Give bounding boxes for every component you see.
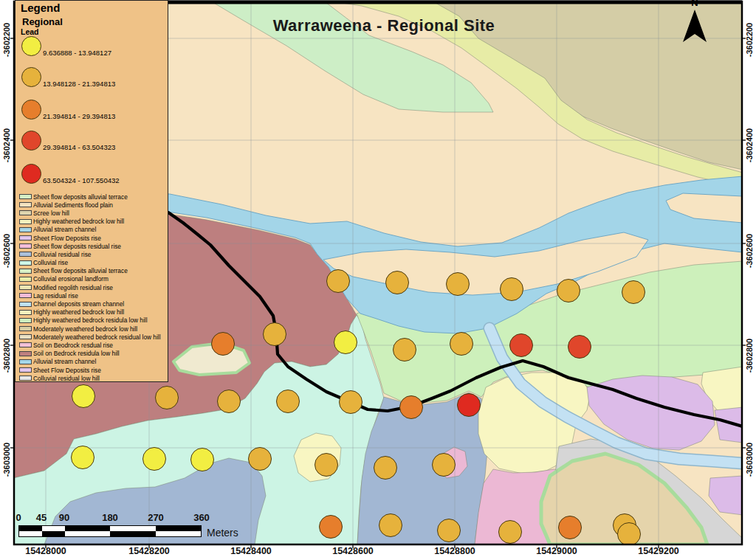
unit-color-swatch: [19, 243, 32, 249]
unit-label: Moderately weathered bedrock low hill: [33, 325, 137, 333]
lead-site-point[interactable]: [433, 454, 456, 477]
unit-color-swatch: [19, 293, 32, 298]
coordinate-label: 15428000: [25, 546, 66, 556]
unit-color-swatch: [19, 277, 32, 282]
lead-site-point[interactable]: [334, 331, 357, 354]
lead-site-point[interactable]: [249, 448, 272, 471]
lead-site-point[interactable]: [327, 270, 350, 293]
lead-site-point[interactable]: [212, 333, 235, 356]
lead-site-point[interactable]: [499, 521, 522, 544]
legend-unit-item: Channel deposits stream channel: [19, 300, 166, 308]
coordinate-label: -3602400: [745, 128, 754, 163]
coordinate-label: 15428200: [128, 546, 170, 556]
legend-class-item: 9.636888 - 13.948127: [21, 36, 111, 56]
unit-label: Colluvial rise: [33, 259, 68, 266]
lead-site-point[interactable]: [156, 387, 179, 409]
legend-class-item: 21.394814 - 29.394813: [21, 100, 115, 120]
legend-class-item: 29.394814 - 63.504323: [21, 131, 115, 151]
legend-unit-item: Scree low hill: [19, 209, 166, 217]
lead-site-point[interactable]: [72, 385, 95, 408]
legend-unit-item: Soil on Bedrock residula low hill: [19, 350, 166, 358]
legend-unit-item: Sheet flow deposits residual rise: [19, 242, 166, 250]
legend-title: Legend: [21, 1, 60, 14]
unit-label: Sheet Flow Deposits rise: [33, 367, 101, 374]
unit-color-swatch: [19, 252, 32, 257]
lead-site-point[interactable]: [559, 516, 582, 539]
coordinate-label: -3602600: [745, 234, 754, 269]
lead-class-range: 21.394814 - 29.394813: [43, 112, 115, 120]
scale-bar-number: 360: [193, 512, 210, 523]
lead-site-point[interactable]: [386, 271, 409, 294]
unit-label: Alluvial Sediments flood plain: [33, 201, 113, 209]
coordinate-label: 15429000: [536, 546, 577, 556]
unit-label: Colluvial residual rise: [33, 251, 91, 258]
unit-color-swatch: [19, 359, 32, 364]
unit-color-swatch: [19, 219, 32, 224]
scale-bar-segment: [156, 531, 202, 536]
lead-site-point[interactable]: [438, 519, 461, 542]
lead-site-point[interactable]: [340, 391, 362, 414]
unit-label: Lag residual rise: [33, 292, 78, 300]
unit-color-swatch: [19, 342, 32, 347]
scale-bar-segment: [19, 526, 42, 531]
lead-site-point[interactable]: [450, 333, 473, 356]
lead-site-point[interactable]: [618, 523, 641, 546]
unit-color-swatch: [19, 367, 32, 373]
lead-site-point[interactable]: [510, 334, 533, 357]
lead-site-point[interactable]: [374, 457, 397, 480]
coordinate-label: -3602200: [745, 23, 754, 58]
lead-site-point[interactable]: [143, 448, 166, 471]
lead-site-point[interactable]: [622, 281, 645, 304]
lead-class-range: 13.948128 - 21.394813: [43, 80, 115, 88]
scale-bar-number: 0: [16, 512, 21, 523]
lead-site-point[interactable]: [277, 390, 300, 413]
lead-site-point[interactable]: [458, 394, 481, 417]
lead-site-point[interactable]: [315, 454, 338, 477]
scale-bar-segment: [110, 531, 156, 536]
unit-label: Colluvial erosional landform: [33, 275, 109, 283]
unit-label: Soil on Beodrock resdual rise: [33, 342, 113, 349]
lead-class-symbol: [21, 164, 41, 184]
unit-color-swatch: [19, 285, 32, 290]
legend-unit-item: Highly weathered bedrock residula low hi…: [19, 316, 166, 325]
unit-color-swatch: [19, 194, 32, 199]
lead-site-point[interactable]: [218, 390, 241, 413]
scale-bar-segment: [156, 526, 202, 531]
lead-site-point[interactable]: [501, 278, 523, 301]
scale-bar-graphic: [18, 525, 202, 537]
lead-class-symbol: [21, 36, 41, 56]
unit-label: Highly weathered bedrock low hill: [33, 218, 124, 225]
coordinate-label: 15428600: [332, 546, 374, 556]
legend-unit-item: Modified regolith residual rise: [19, 283, 166, 291]
lead-site-point[interactable]: [264, 323, 286, 346]
scale-bar-segment: [42, 531, 65, 536]
lead-site-point[interactable]: [320, 516, 343, 539]
lead-site-point[interactable]: [447, 273, 470, 296]
scale-bar-segment: [19, 531, 42, 536]
unit-label: Soil on Bedrock residula low hill: [33, 350, 120, 357]
lead-site-point[interactable]: [400, 396, 423, 419]
coordinate-label: -3603000: [2, 443, 11, 477]
lead-site-point[interactable]: [72, 446, 94, 469]
scale-bar-number: 180: [102, 512, 118, 523]
coordinate-label: 15429200: [638, 546, 679, 556]
unit-color-swatch: [19, 269, 32, 274]
legend-unit-list: Sheet flow deposits alluvial terraceAllu…: [19, 193, 166, 382]
lead-site-point[interactable]: [557, 280, 580, 302]
scale-bar-segment: [65, 526, 111, 531]
lead-site-point[interactable]: [394, 339, 416, 361]
lead-class-range: 29.394814 - 63.504323: [43, 143, 115, 151]
lead-site-point[interactable]: [568, 336, 591, 359]
coordinate-label: 15428800: [434, 546, 475, 556]
unit-label: Sheet Flow Deposits rise: [33, 235, 101, 242]
legend-panel: Legend Regional Lead 9.636888 - 13.94812…: [15, 0, 168, 382]
scale-bar-segment: [65, 531, 111, 536]
unit-label: Modified regolith residual rise: [33, 284, 113, 291]
unit-color-swatch: [19, 351, 32, 356]
lead-site-point[interactable]: [379, 514, 402, 537]
unit-label: Highly weathered bedrock low hill: [33, 308, 124, 316]
coordinate-label: -3602200: [2, 23, 11, 58]
lead-site-point[interactable]: [191, 449, 214, 471]
north-label: N: [691, 0, 698, 8]
unit-label: Sheet flow deposits residual rise: [33, 243, 121, 250]
